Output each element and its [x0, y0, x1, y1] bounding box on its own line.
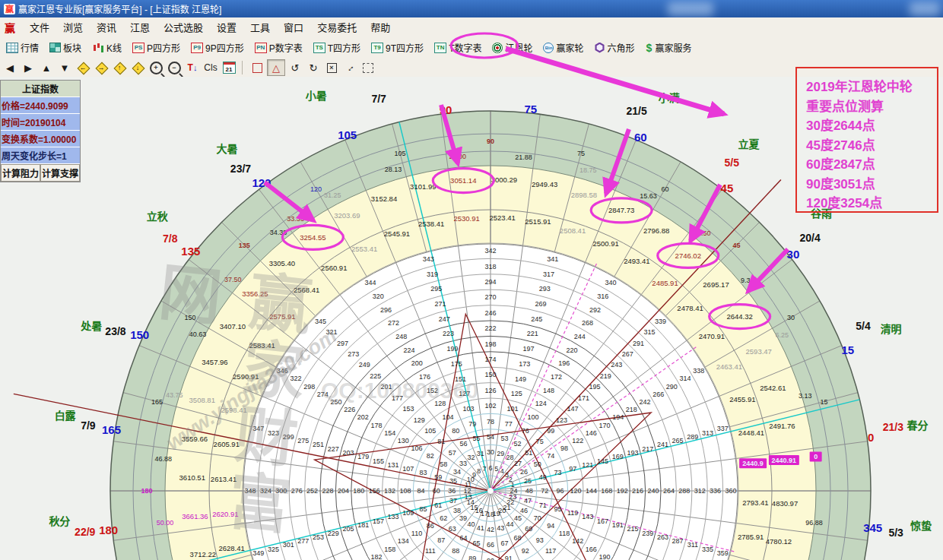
svg-text:6.25: 6.25	[776, 331, 789, 339]
toolbar-button-T数字表[interactable]: TNT数字表	[430, 40, 486, 55]
step-down-button[interactable]: ↓	[129, 60, 146, 75]
svg-text:293: 293	[539, 285, 551, 293]
toolbar-button-赢家服务[interactable]: $赢家服务	[641, 40, 697, 55]
step-right-button[interactable]: →	[93, 60, 110, 75]
menu-item-浏览[interactable]: 浏览	[56, 21, 90, 35]
triangle-tool-button[interactable]: △	[267, 59, 285, 76]
nav-right-button[interactable]: ▶	[20, 60, 37, 75]
svg-text:249: 249	[359, 361, 370, 369]
toolbar-button-P四方形[interactable]: PSP四方形	[128, 40, 185, 55]
box-x-tool-button[interactable]: ×	[323, 60, 340, 75]
svg-text:47: 47	[524, 497, 532, 505]
toolbar-button-K线[interactable]: K线	[87, 40, 126, 55]
svg-text:3101.99: 3101.99	[410, 182, 436, 191]
svg-text:147: 147	[567, 405, 579, 413]
toolbar-button-赢家轮[interactable]: Bin赢家轮	[538, 40, 588, 55]
nav-up-button[interactable]: ▲	[38, 60, 55, 75]
svg-text:2470.91: 2470.91	[699, 332, 725, 340]
select-box-tool-button[interactable]	[360, 60, 376, 75]
svg-text:82: 82	[427, 452, 434, 460]
rect-tool-button[interactable]	[249, 60, 265, 75]
svg-text:59: 59	[434, 473, 442, 481]
svg-text:3661.36: 3661.36	[182, 512, 208, 520]
svg-text:101: 101	[506, 405, 518, 413]
svg-text:342: 342	[484, 247, 496, 255]
svg-text:290: 290	[666, 383, 678, 391]
menu-item-帮助[interactable]: 帮助	[364, 21, 397, 35]
rotate-cw-button[interactable]: ↻	[305, 60, 322, 75]
degree-label: 345	[863, 521, 882, 534]
toolbar-button-label: P四方形	[147, 41, 180, 54]
toolbar-button-行情[interactable]: 行情	[2, 40, 43, 55]
calendar-button[interactable]: 21	[221, 60, 237, 75]
svg-text:240: 240	[647, 487, 659, 495]
svg-text:173: 173	[519, 360, 530, 368]
svg-text:41: 41	[477, 524, 484, 532]
svg-text:34: 34	[453, 468, 461, 476]
svg-text:298: 298	[303, 383, 315, 391]
svg-text:79: 79	[468, 420, 476, 428]
menu-item-设置[interactable]: 设置	[210, 21, 243, 35]
svg-text:69: 69	[525, 525, 532, 533]
degree-label: 30	[787, 248, 800, 261]
svg-text:143: 143	[582, 513, 593, 520]
svg-text:171: 171	[578, 394, 589, 402]
svg-text:199: 199	[446, 345, 458, 353]
svg-text:343: 343	[423, 255, 434, 263]
svg-text:55: 55	[473, 435, 481, 442]
zoom-out-button[interactable]: −	[166, 60, 183, 75]
nav-left-button[interactable]: ◀	[2, 60, 18, 75]
svg-text:102: 102	[484, 402, 496, 410]
svg-text:287: 287	[672, 537, 684, 545]
menu-item-窗口[interactable]: 窗口	[277, 21, 310, 35]
menu-item-江恩[interactable]: 江恩	[123, 21, 157, 35]
svg-text:219: 219	[600, 372, 611, 380]
panel-button-计算阻力[interactable]: 计算阻力	[1, 164, 40, 182]
menu-item-公式选股[interactable]: 公式选股	[157, 21, 210, 35]
svg-text:106: 106	[411, 445, 422, 452]
svg-text:250: 250	[330, 398, 341, 406]
svg-text:2553.41: 2553.41	[351, 245, 377, 253]
svg-text:3305.40: 3305.40	[269, 259, 295, 267]
toolbar-button-9P四方形[interactable]: P99P四方形	[186, 40, 249, 55]
svg-text:348: 348	[244, 487, 256, 495]
toolbar-button-江恩轮[interactable]: 江恩轮	[487, 40, 537, 55]
svg-text:120: 120	[310, 185, 322, 193]
panel-row: 价格=2440.9099	[1, 97, 80, 114]
nav-down-button[interactable]: ▼	[56, 60, 73, 75]
zoom-in-button[interactable]: +	[148, 60, 164, 75]
svg-text:360: 360	[725, 487, 736, 495]
svg-text:248: 248	[395, 333, 407, 340]
svg-text:111: 111	[425, 547, 436, 555]
solar-term-label: 小满	[659, 92, 680, 104]
t-down-button[interactable]: T↓	[184, 60, 201, 75]
toolbar-button-板块[interactable]: 板块	[45, 40, 86, 55]
svg-text:45: 45	[514, 514, 522, 522]
toolbar-button-T四方形[interactable]: TST四方形	[309, 40, 365, 55]
rotate-ccw-button[interactable]: ↺	[287, 60, 303, 75]
menu-item-交易委托[interactable]: 交易委托	[310, 21, 364, 35]
svg-text:150: 150	[185, 314, 196, 321]
svg-text:347: 347	[252, 425, 264, 432]
menu-item-工具[interactable]: 工具	[243, 21, 277, 35]
toolbar-button-9T四方形[interactable]: T99T四方形	[367, 40, 428, 55]
hex-icon	[595, 43, 605, 53]
cls-button[interactable]: Cls	[202, 60, 219, 75]
panel-button-计算支撑[interactable]: 计算支撑	[40, 164, 80, 182]
step-up-button[interactable]: ↑	[111, 60, 128, 75]
menu-item-资讯[interactable]: 资讯	[90, 21, 123, 35]
svg-text:203: 203	[342, 449, 354, 457]
toolbar-button-P数字表[interactable]: PNP数字表	[250, 40, 307, 55]
svg-text:349: 349	[252, 549, 264, 557]
converge-tool-button[interactable]: ↔	[341, 60, 358, 75]
svg-text:341: 341	[547, 255, 558, 263]
svg-text:31.25: 31.25	[324, 191, 341, 199]
annotation-line: 60度2847点	[806, 155, 937, 175]
solar-term-label: 处暑	[80, 320, 102, 332]
menu-item-文件[interactable]: 文件	[23, 21, 56, 35]
svg-text:80: 80	[452, 427, 459, 435]
svg-text:195: 195	[589, 383, 600, 391]
svg-text:320: 320	[373, 293, 384, 300]
step-left-button[interactable]: ←	[75, 60, 91, 75]
toolbar-button-六角形[interactable]: 六角形	[590, 40, 640, 55]
